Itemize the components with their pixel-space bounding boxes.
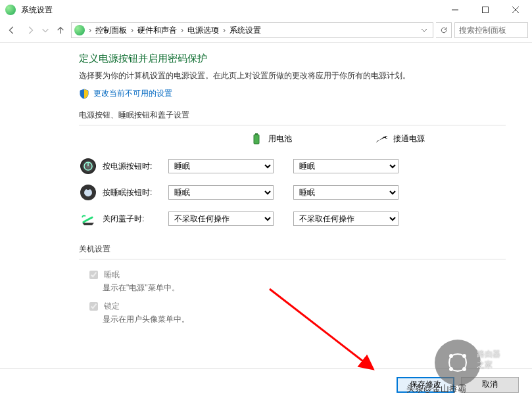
chevron-down-icon[interactable]	[418, 27, 430, 33]
up-button[interactable]	[53, 22, 68, 38]
sleep-button-battery-select[interactable]: 睡眠	[168, 185, 274, 200]
sleep-icon	[79, 183, 97, 202]
group-label-buttons: 电源按钮、睡眠按钮和盖子设置	[79, 110, 506, 121]
svg-rect-3	[385, 136, 387, 137]
maximize-button[interactable]	[470, 0, 500, 20]
breadcrumb[interactable]: 系统设置	[228, 25, 262, 36]
svg-rect-1	[254, 135, 259, 144]
row-label-sleep-button: 按睡眠按钮时:	[103, 187, 168, 198]
power-button-plugged-select[interactable]: 睡眠	[293, 159, 399, 173]
minimize-button[interactable]	[440, 0, 470, 20]
column-battery-label: 用电池	[268, 133, 292, 144]
chevron-right-icon[interactable]: ›	[130, 26, 135, 35]
credit-text: 头条@金山毒霸	[406, 383, 466, 395]
svg-rect-0	[483, 7, 489, 13]
breadcrumb[interactable]: 硬件和声音	[136, 25, 178, 36]
checkbox-sleep-label: 睡眠	[104, 269, 120, 280]
checkbox-sleep	[89, 271, 98, 279]
address-bar[interactable]: › 控制面板 › 硬件和声音 › 电源选项 › 系统设置	[71, 22, 433, 38]
back-button[interactable]	[4, 22, 20, 38]
chevron-right-icon[interactable]: ›	[87, 26, 93, 35]
breadcrumb[interactable]: 电源选项	[186, 25, 220, 36]
divider	[0, 42, 532, 43]
control-panel-icon	[74, 25, 85, 35]
sleep-button-plugged-select[interactable]: 睡眠	[293, 185, 399, 200]
page-subtitle: 选择要为你的计算机设置的电源设置。在此页上对设置所做的更改将应用于你所有的电源计…	[79, 70, 506, 81]
forward-button[interactable]	[22, 22, 38, 38]
app-icon	[5, 5, 16, 15]
chevron-right-icon[interactable]: ›	[222, 26, 227, 35]
checkbox-lock-label: 锁定	[104, 301, 120, 312]
battery-icon	[250, 132, 263, 145]
checkbox-sleep-desc: 显示在"电源"菜单中。	[103, 282, 506, 294]
window-title: 系统设置	[21, 5, 440, 16]
checkbox-lock	[89, 302, 98, 311]
shutdown-lock-checkbox: 锁定	[87, 300, 120, 313]
close-button[interactable]	[500, 0, 531, 20]
checkbox-lock-desc: 显示在用户头像菜单中。	[103, 314, 506, 325]
lid-close-battery-select[interactable]: 不采取任何操作	[168, 211, 274, 226]
refresh-button[interactable]	[436, 22, 452, 38]
search-box[interactable]	[454, 22, 528, 38]
power-icon	[79, 157, 97, 175]
page-title: 定义电源按钮并启用密码保护	[79, 53, 506, 65]
plug-icon	[375, 132, 388, 145]
breadcrumb[interactable]: 控制面板	[94, 25, 128, 36]
svg-rect-2	[255, 133, 258, 135]
group-label-shutdown: 关机设置	[79, 244, 506, 255]
svg-rect-4	[385, 138, 387, 139]
recent-dropdown[interactable]	[41, 22, 50, 38]
shield-icon	[79, 89, 89, 99]
power-button-battery-select[interactable]: 睡眠	[168, 159, 274, 173]
cancel-button[interactable]: 取消	[461, 377, 519, 393]
laptop-lid-icon	[79, 210, 97, 228]
change-unavailable-settings-link[interactable]: 更改当前不可用的设置	[93, 88, 172, 99]
lid-close-plugged-select[interactable]: 不采取任何操作	[293, 211, 399, 226]
chevron-right-icon[interactable]: ›	[180, 26, 185, 35]
shutdown-sleep-checkbox: 睡眠	[87, 269, 120, 281]
row-label-power-button: 按电源按钮时:	[103, 161, 168, 172]
column-plugged-label: 接通电源	[393, 133, 425, 144]
row-label-lid-close: 关闭盖子时:	[103, 213, 168, 225]
search-input[interactable]	[458, 25, 525, 35]
